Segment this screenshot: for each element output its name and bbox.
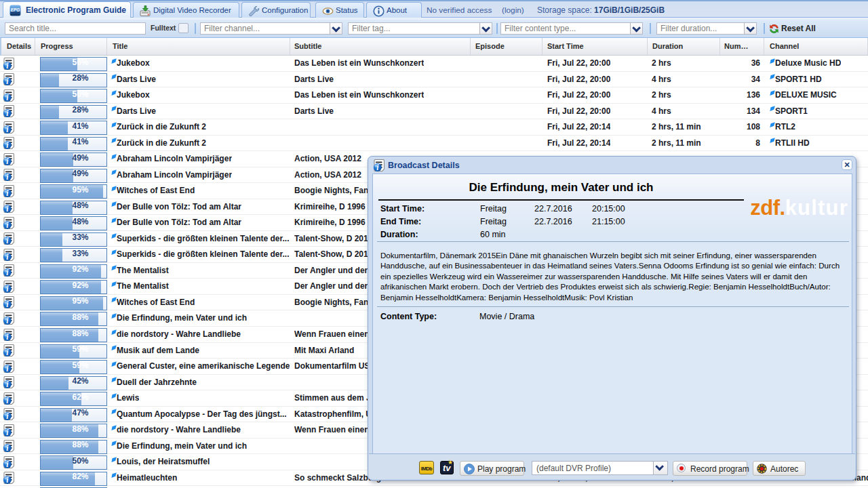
- svg-text:EPG: EPG: [11, 7, 20, 12]
